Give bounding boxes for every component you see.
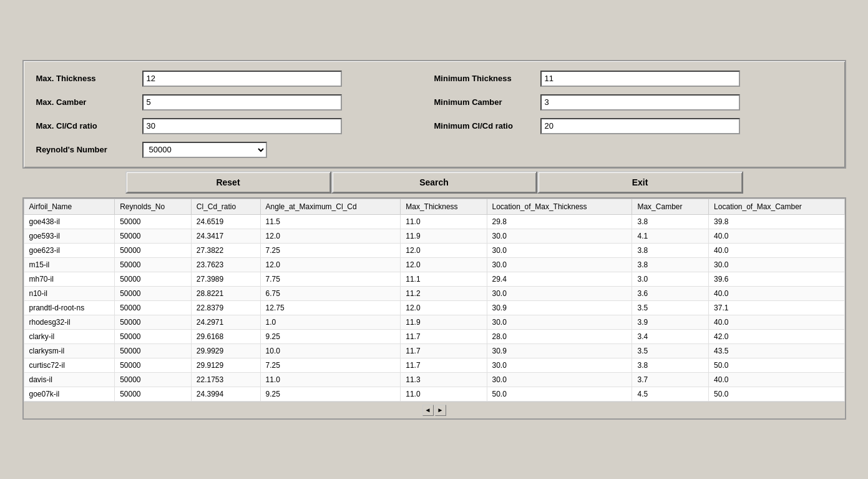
col-airfoil-name: Airfoil_Name bbox=[24, 199, 115, 214]
table-row: clarkysm-il5000029.992910.011.730.93.543… bbox=[24, 343, 844, 358]
table-cell: 7.25 bbox=[260, 358, 401, 372]
max-thickness-input[interactable] bbox=[142, 71, 342, 87]
table-cell: goe623-il bbox=[24, 243, 115, 257]
table-cell: 50000 bbox=[115, 343, 192, 358]
table-header-row: Airfoil_Name Reynolds_No Cl_Cd_ratio Ang… bbox=[24, 199, 844, 214]
table-cell: 50000 bbox=[115, 315, 192, 329]
col-reynolds-no: Reynolds_No bbox=[115, 199, 192, 214]
min-clcd-label: Minimum Cl/Cd ratio bbox=[434, 121, 540, 131]
table-cell: 11.0 bbox=[260, 372, 401, 387]
table-cell: 50000 bbox=[115, 329, 192, 343]
reset-button[interactable]: Reset bbox=[125, 171, 331, 194]
exit-button[interactable]: Exit bbox=[537, 171, 743, 194]
table-cell: 40.0 bbox=[709, 229, 844, 243]
table-cell: 3.9 bbox=[632, 315, 709, 329]
table-cell: 4.5 bbox=[632, 387, 709, 401]
table-cell: 40.0 bbox=[709, 372, 844, 387]
form-row-camber: Max. Camber Minimum Camber bbox=[36, 94, 832, 111]
form-panel: Max. Thickness Minimum Thickness Max. Ca… bbox=[22, 60, 846, 169]
table-cell: 3.5 bbox=[632, 300, 709, 315]
table-cell: 3.0 bbox=[632, 272, 709, 286]
table-cell: 40.0 bbox=[709, 286, 844, 300]
scroll-right-button[interactable]: ► bbox=[435, 405, 446, 416]
min-thickness-label: Minimum Thickness bbox=[434, 74, 540, 83]
col-max-camber: Max_Camber bbox=[632, 199, 709, 214]
table-row: prandtl-d-root-ns5000022.837912.7512.030… bbox=[24, 300, 844, 315]
max-thickness-group: Max. Thickness bbox=[36, 71, 434, 87]
table-cell: 29.4 bbox=[487, 272, 632, 286]
form-row-reynolds: Reynold's Number 50000 100000 200000 500… bbox=[36, 142, 832, 158]
min-thickness-input[interactable] bbox=[540, 71, 740, 87]
table-cell: 11.0 bbox=[401, 214, 487, 229]
table-cell: goe438-il bbox=[24, 214, 115, 229]
table-row: goe623-il5000027.38227.2512.030.03.840.0 bbox=[24, 243, 844, 257]
table-cell: goe07k-il bbox=[24, 387, 115, 401]
table-cell: rhodesg32-il bbox=[24, 315, 115, 329]
col-angle-max-clcd: Angle_at_Maximum_Cl_Cd bbox=[260, 199, 401, 214]
scroll-left-button[interactable]: ◄ bbox=[422, 405, 434, 416]
table-row: n10-il5000028.82216.7511.230.03.640.0 bbox=[24, 286, 844, 300]
table-cell: 23.7623 bbox=[191, 257, 260, 272]
col-max-thickness: Max_Thickness bbox=[401, 199, 487, 214]
table-cell: 24.6519 bbox=[191, 214, 260, 229]
table-cell: 50000 bbox=[115, 286, 192, 300]
table-cell: 12.0 bbox=[260, 229, 401, 243]
table-cell: 3.8 bbox=[632, 358, 709, 372]
table-cell: 7.75 bbox=[260, 272, 401, 286]
max-camber-label: Max. Camber bbox=[36, 97, 142, 107]
table-cell: 50000 bbox=[115, 214, 192, 229]
table-cell: 28.8221 bbox=[191, 286, 260, 300]
table-cell: 30.0 bbox=[487, 257, 632, 272]
table-cell: 11.5 bbox=[260, 214, 401, 229]
table-cell: 3.8 bbox=[632, 257, 709, 272]
min-camber-input[interactable] bbox=[540, 94, 740, 111]
results-table: Airfoil_Name Reynolds_No Cl_Cd_ratio Ang… bbox=[24, 199, 845, 402]
table-cell: 30.0 bbox=[487, 372, 632, 387]
table-cell: 30.9 bbox=[487, 300, 632, 315]
table-cell: davis-il bbox=[24, 372, 115, 387]
table-cell: 50000 bbox=[115, 387, 192, 401]
search-button[interactable]: Search bbox=[331, 171, 537, 194]
max-camber-group: Max. Camber bbox=[36, 94, 434, 111]
min-clcd-input[interactable] bbox=[540, 118, 740, 134]
table-cell: 42.0 bbox=[709, 329, 844, 343]
min-thickness-group: Minimum Thickness bbox=[434, 71, 832, 87]
table-cell: 39.6 bbox=[709, 272, 844, 286]
table-cell: 30.9 bbox=[487, 343, 632, 358]
form-row-thickness: Max. Thickness Minimum Thickness bbox=[36, 71, 832, 87]
table-cell: 3.8 bbox=[632, 214, 709, 229]
table-cell: 3.5 bbox=[632, 343, 709, 358]
table-cell: 50000 bbox=[115, 300, 192, 315]
table-cell: 11.7 bbox=[401, 358, 487, 372]
table-cell: 50000 bbox=[115, 372, 192, 387]
table-cell: 7.25 bbox=[260, 243, 401, 257]
table-cell: 24.3994 bbox=[191, 387, 260, 401]
col-loc-max-camber: Location_of_Max_Camber bbox=[709, 199, 844, 214]
table-cell: 50.0 bbox=[709, 358, 844, 372]
table-cell: 50000 bbox=[115, 358, 192, 372]
reynolds-select[interactable]: 50000 100000 200000 500000 1000000 bbox=[142, 142, 267, 158]
table-cell: 11.9 bbox=[401, 229, 487, 243]
table-cell: 30.0 bbox=[487, 229, 632, 243]
table-cell: 30.0 bbox=[487, 243, 632, 257]
table-cell: 30.0 bbox=[487, 358, 632, 372]
table-scroll-bar: ◄ ► bbox=[24, 402, 845, 418]
table-cell: 11.0 bbox=[401, 387, 487, 401]
table-cell: 50000 bbox=[115, 229, 192, 243]
max-camber-input[interactable] bbox=[142, 94, 342, 111]
table-cell: 11.1 bbox=[401, 272, 487, 286]
max-clcd-input[interactable] bbox=[142, 118, 342, 134]
table-cell: 9.25 bbox=[260, 387, 401, 401]
col-loc-max-thickness: Location_of_Max_Thickness bbox=[487, 199, 632, 214]
table-cell: 50000 bbox=[115, 257, 192, 272]
table-cell: 11.7 bbox=[401, 343, 487, 358]
table-cell: m15-il bbox=[24, 257, 115, 272]
col-clcd-ratio: Cl_Cd_ratio bbox=[191, 199, 260, 214]
table-cell: 50.0 bbox=[709, 387, 844, 401]
table-cell: 30.0 bbox=[709, 257, 844, 272]
max-clcd-group: Max. Cl/Cd ratio bbox=[36, 118, 434, 134]
table-cell: 43.5 bbox=[709, 343, 844, 358]
max-clcd-label: Max. Cl/Cd ratio bbox=[36, 121, 142, 131]
table-row: davis-il5000022.175311.011.330.03.740.0 bbox=[24, 372, 844, 387]
table-cell: 3.7 bbox=[632, 372, 709, 387]
